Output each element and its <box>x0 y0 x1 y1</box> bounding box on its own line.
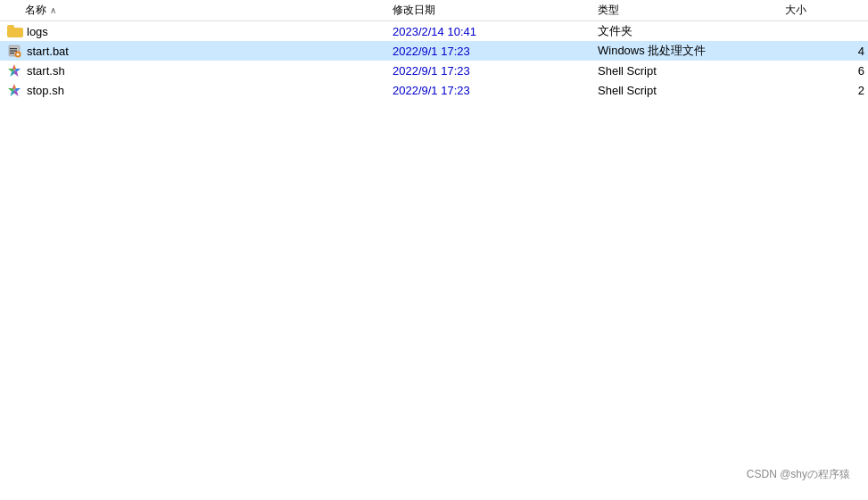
svg-point-5 <box>17 53 20 56</box>
file-date-cell: 2022/9/1 17:23 <box>393 84 598 97</box>
file-date-cell: 2023/2/14 10:41 <box>393 25 598 38</box>
file-name-cell: start.bat <box>0 44 393 58</box>
file-size-cell: 6 <box>785 64 868 78</box>
bat-file-icon <box>7 44 21 58</box>
file-type-cell: Shell Script <box>598 84 785 97</box>
shell-script-icon <box>7 83 21 97</box>
table-row[interactable]: stop.sh2022/9/1 17:23Shell Script2 <box>0 80 868 100</box>
file-explorer: 名称 ∧ 修改日期 类型 大小 logs2023/2/14 10:41文件夹 s… <box>0 0 868 500</box>
col-name-label: 名称 <box>25 3 46 18</box>
table-row[interactable]: logs2023/2/14 10:41文件夹 <box>0 21 868 41</box>
header-col-type[interactable]: 类型 <box>598 3 785 18</box>
header-col-size[interactable]: 大小 <box>785 3 868 18</box>
svg-rect-1 <box>10 48 17 49</box>
svg-rect-3 <box>10 53 14 53</box>
file-name-label: logs <box>27 25 48 38</box>
file-name-label: start.sh <box>27 64 65 78</box>
file-size-cell: 2 <box>785 84 868 97</box>
file-type-cell: Shell Script <box>598 64 785 78</box>
header-col-name[interactable]: 名称 ∧ <box>0 3 393 18</box>
table-row[interactable]: start.sh2022/9/1 17:23Shell Script6 <box>0 61 868 80</box>
folder-icon <box>7 24 21 38</box>
header-col-date[interactable]: 修改日期 <box>393 3 598 18</box>
watermark: CSDN @shyの程序猿 <box>747 467 850 482</box>
file-name-cell: start.sh <box>0 63 393 78</box>
table-header: 名称 ∧ 修改日期 类型 大小 <box>0 0 868 21</box>
table-row[interactable]: start.bat2022/9/1 17:23Windows 批处理文件4 <box>0 41 868 61</box>
file-type-cell: Windows 批处理文件 <box>598 43 785 59</box>
file-name-label: start.bat <box>27 45 69 58</box>
file-name-cell: stop.sh <box>0 83 393 97</box>
file-type-cell: 文件夹 <box>598 23 785 39</box>
file-name-label: stop.sh <box>27 84 64 97</box>
file-size-cell: 4 <box>785 45 868 58</box>
shell-script-icon <box>7 63 21 78</box>
file-date-cell: 2022/9/1 17:23 <box>393 64 598 78</box>
file-name-cell: logs <box>0 24 393 38</box>
file-date-cell: 2022/9/1 17:23 <box>393 45 598 58</box>
svg-rect-2 <box>10 51 17 52</box>
sort-arrow-icon: ∧ <box>50 5 56 15</box>
file-list: logs2023/2/14 10:41文件夹 start.bat2022/9/1… <box>0 21 868 500</box>
